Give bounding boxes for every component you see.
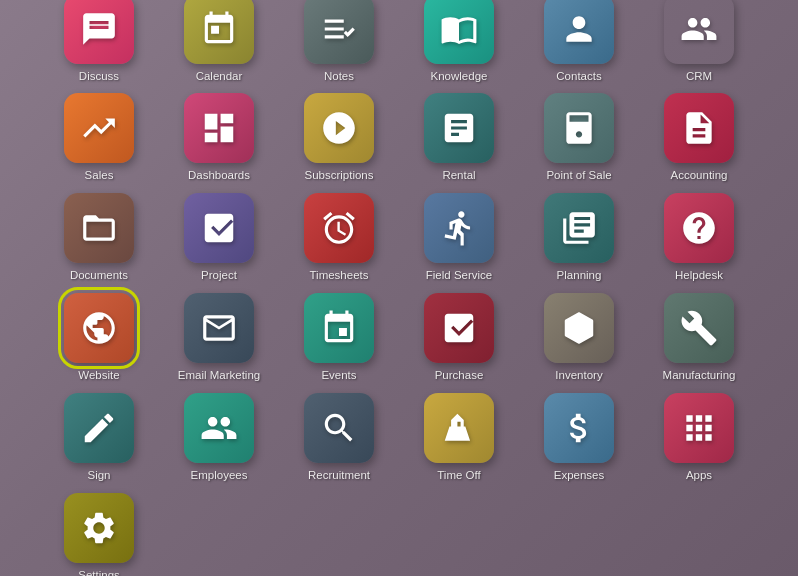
app-item-point-of-sale[interactable]: Point of Sale <box>524 93 634 183</box>
app-label-accounting: Accounting <box>671 169 728 183</box>
icon-box-sales <box>64 93 134 163</box>
app-label-rental: Rental <box>442 169 475 183</box>
app-item-documents[interactable]: Documents <box>44 193 154 283</box>
app-label-website: Website <box>78 369 119 383</box>
app-label-subscriptions: Subscriptions <box>304 169 373 183</box>
app-label-timesheets: Timesheets <box>309 269 368 283</box>
icon-box-discuss <box>64 0 134 64</box>
app-label-expenses: Expenses <box>554 469 605 483</box>
app-label-project: Project <box>201 269 237 283</box>
app-item-apps[interactable]: Apps <box>644 393 754 483</box>
app-label-point-of-sale: Point of Sale <box>546 169 611 183</box>
icon-box-inventory <box>544 293 614 363</box>
app-label-discuss: Discuss <box>79 70 119 84</box>
app-label-notes: Notes <box>324 70 354 84</box>
app-item-events[interactable]: Events <box>284 293 394 383</box>
app-item-calendar[interactable]: Calendar <box>164 0 274 83</box>
icon-box-knowledge <box>424 0 494 64</box>
app-item-helpdesk[interactable]: Helpdesk <box>644 193 754 283</box>
app-grid: DiscussCalendarNotesKnowledgeContactsCRM… <box>24 0 774 576</box>
app-item-sales[interactable]: Sales <box>44 93 154 183</box>
icon-box-planning <box>544 193 614 263</box>
app-label-recruitment: Recruitment <box>308 469 370 483</box>
app-item-subscriptions[interactable]: Subscriptions <box>284 93 394 183</box>
app-item-dashboards[interactable]: Dashboards <box>164 93 274 183</box>
app-label-settings: Settings <box>78 569 120 576</box>
app-item-crm[interactable]: CRM <box>644 0 754 83</box>
app-label-field-service: Field Service <box>426 269 492 283</box>
app-item-discuss[interactable]: Discuss <box>44 0 154 83</box>
app-label-documents: Documents <box>70 269 128 283</box>
icon-box-point-of-sale <box>544 93 614 163</box>
icon-box-accounting <box>664 93 734 163</box>
icon-box-timesheets <box>304 193 374 263</box>
app-label-inventory: Inventory <box>555 369 602 383</box>
icon-box-employees <box>184 393 254 463</box>
icon-box-purchase <box>424 293 494 363</box>
app-label-email-marketing: Email Marketing <box>178 369 260 383</box>
icon-box-calendar <box>184 0 254 64</box>
app-item-settings[interactable]: Settings <box>44 493 154 576</box>
icon-box-field-service <box>424 193 494 263</box>
app-item-accounting[interactable]: Accounting <box>644 93 754 183</box>
app-item-project[interactable]: Project <box>164 193 274 283</box>
icon-box-events <box>304 293 374 363</box>
icon-box-email-marketing <box>184 293 254 363</box>
icon-box-apps <box>664 393 734 463</box>
app-item-sign[interactable]: Sign <box>44 393 154 483</box>
app-label-calendar: Calendar <box>196 70 243 84</box>
app-item-timesheets[interactable]: Timesheets <box>284 193 394 283</box>
app-label-planning: Planning <box>557 269 602 283</box>
icon-box-notes <box>304 0 374 64</box>
app-item-time-off[interactable]: Time Off <box>404 393 514 483</box>
app-item-planning[interactable]: Planning <box>524 193 634 283</box>
app-item-contacts[interactable]: Contacts <box>524 0 634 83</box>
app-label-helpdesk: Helpdesk <box>675 269 723 283</box>
icon-box-website <box>64 293 134 363</box>
app-label-sales: Sales <box>85 169 114 183</box>
app-item-rental[interactable]: Rental <box>404 93 514 183</box>
app-label-manufacturing: Manufacturing <box>663 369 736 383</box>
app-item-website[interactable]: Website <box>44 293 154 383</box>
icon-box-helpdesk <box>664 193 734 263</box>
icon-box-expenses <box>544 393 614 463</box>
app-label-sign: Sign <box>87 469 110 483</box>
icon-box-dashboards <box>184 93 254 163</box>
app-label-purchase: Purchase <box>435 369 484 383</box>
icon-box-settings <box>64 493 134 563</box>
icon-box-rental <box>424 93 494 163</box>
app-label-contacts: Contacts <box>556 70 601 84</box>
icon-box-subscriptions <box>304 93 374 163</box>
icon-box-recruitment <box>304 393 374 463</box>
app-label-knowledge: Knowledge <box>431 70 488 84</box>
app-item-email-marketing[interactable]: Email Marketing <box>164 293 274 383</box>
icon-box-sign <box>64 393 134 463</box>
app-item-manufacturing[interactable]: Manufacturing <box>644 293 754 383</box>
icon-box-crm <box>664 0 734 64</box>
icon-box-documents <box>64 193 134 263</box>
icon-box-project <box>184 193 254 263</box>
app-item-expenses[interactable]: Expenses <box>524 393 634 483</box>
app-item-field-service[interactable]: Field Service <box>404 193 514 283</box>
app-label-dashboards: Dashboards <box>188 169 250 183</box>
app-item-recruitment[interactable]: Recruitment <box>284 393 394 483</box>
app-item-employees[interactable]: Employees <box>164 393 274 483</box>
icon-box-time-off <box>424 393 494 463</box>
app-label-apps: Apps <box>686 469 712 483</box>
app-item-notes[interactable]: Notes <box>284 0 394 83</box>
icon-box-contacts <box>544 0 614 64</box>
app-label-time-off: Time Off <box>437 469 480 483</box>
app-label-employees: Employees <box>191 469 248 483</box>
app-label-crm: CRM <box>686 70 712 84</box>
app-item-purchase[interactable]: Purchase <box>404 293 514 383</box>
app-item-inventory[interactable]: Inventory <box>524 293 634 383</box>
app-item-knowledge[interactable]: Knowledge <box>404 0 514 83</box>
icon-box-manufacturing <box>664 293 734 363</box>
app-label-events: Events <box>321 369 356 383</box>
